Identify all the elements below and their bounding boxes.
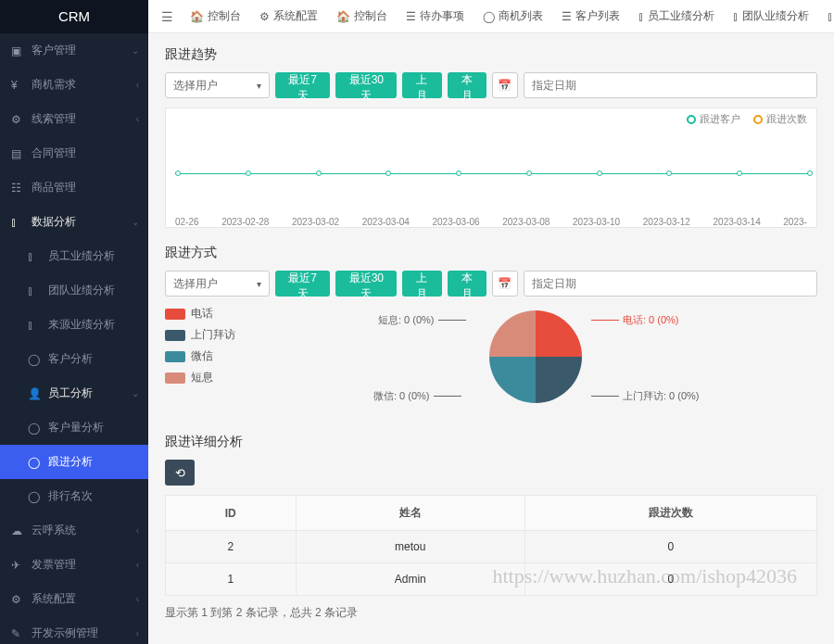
legend-swatch-icon	[165, 330, 185, 341]
sidebar-item[interactable]: ⫿数据分析⌄	[0, 205, 148, 239]
trend-user-select[interactable]: 选择用户 ▾	[165, 72, 270, 98]
topbar-tab[interactable]: ⫿来源业绩	[820, 8, 834, 24]
method-user-select[interactable]: 选择用户 ▾	[165, 271, 270, 297]
method-date-input[interactable]	[524, 271, 817, 297]
x-tick: 2023-	[783, 217, 807, 227]
method-btn-thismonth[interactable]: 本月	[448, 271, 486, 297]
table-header[interactable]: ID	[166, 496, 297, 531]
table-cell: 0	[524, 563, 816, 596]
legend-item-count[interactable]: 跟进次数	[753, 112, 807, 126]
tab-label: 控制台	[354, 8, 387, 24]
sidebar-item[interactable]: ☷商品管理	[0, 170, 148, 205]
nav-label: 员工分析	[48, 385, 93, 401]
legend-item-customers[interactable]: 跟进客户	[687, 112, 740, 126]
nav-icon: ✎	[11, 627, 24, 640]
sidebar-item[interactable]: ◯跟进分析	[0, 445, 148, 479]
tab-label: 待办事项	[420, 8, 464, 24]
sidebar-item[interactable]: ◯排行名次	[0, 479, 148, 513]
nav-icon: 👤	[28, 387, 41, 400]
chart-point	[316, 170, 322, 176]
table-row: 2metou0	[166, 531, 817, 563]
pie-legend-item[interactable]: 电话	[165, 306, 235, 322]
nav-label: 数据分析	[32, 214, 76, 230]
pie-legend-item[interactable]: 微信	[165, 348, 235, 364]
method-btn-30d[interactable]: 最近30天	[335, 271, 397, 297]
legend-swatch-icon	[165, 373, 185, 384]
nav-icon: ⫿	[28, 250, 41, 263]
nav-icon: ⫿	[11, 216, 24, 229]
chart-point	[456, 170, 461, 176]
x-tick: 2023-03-08	[502, 217, 550, 227]
sidebar-item[interactable]: ◯客户量分析	[0, 410, 148, 445]
chart-point	[807, 170, 813, 176]
pie-section: 电话上门拜访微信短息 短息: 0 (0%) 电话: 0 (0%) 微信: 0 (…	[165, 306, 817, 417]
hamburger-icon[interactable]: ☰	[156, 9, 179, 24]
x-tick: 2023-03-02	[292, 217, 339, 227]
legend-ring-icon	[753, 115, 763, 124]
sidebar-item[interactable]: ⫿员工业绩分析	[0, 239, 148, 273]
trend-chart: 跟进客户 跟进次数 02-262023-02-282023-03-022023-…	[165, 107, 817, 228]
topbar-tab[interactable]: ☰待办事项	[398, 8, 472, 24]
method-btn-lastmonth[interactable]: 上月	[402, 271, 441, 297]
pie-label-phone: 电话: 0 (0%)	[591, 313, 679, 327]
topbar-tab[interactable]: ⫿团队业绩分析	[726, 8, 816, 24]
trend-date-input[interactable]	[524, 72, 817, 98]
trend-btn-30d[interactable]: 最近30天	[335, 72, 397, 98]
nav-label: 员工业绩分析	[48, 248, 115, 264]
sidebar-item[interactable]: ⫿来源业绩分析	[0, 308, 148, 342]
topbar-tab[interactable]: 🏠控制台	[183, 8, 248, 24]
topbar-tab[interactable]: ⫿员工业绩分析	[631, 8, 722, 24]
tab-icon: ◯	[483, 10, 495, 23]
chart-point	[175, 170, 181, 176]
nav-icon: ◯	[28, 456, 41, 469]
refresh-button[interactable]: ⟲	[165, 460, 195, 486]
sidebar-item[interactable]: ✈发票管理‹	[0, 548, 148, 582]
leader-line-icon	[434, 396, 461, 397]
table-row: 1Admin0	[166, 563, 817, 596]
x-tick: 2023-03-12	[643, 217, 690, 227]
sidebar-item[interactable]: ◯客户分析	[0, 342, 148, 376]
chart-point	[737, 170, 742, 176]
pie-legend-item[interactable]: 短息	[165, 370, 235, 385]
nav-icon: ◯	[28, 490, 41, 503]
topbar-tab[interactable]: 🏠控制台	[329, 8, 395, 24]
chart-point	[385, 170, 391, 176]
table-header-row: ID姓名跟进次数	[166, 496, 817, 531]
sidebar-item[interactable]: ▤合同管理	[0, 136, 148, 170]
chart-point	[597, 170, 602, 176]
tab-label: 商机列表	[499, 8, 543, 24]
nav-label: 跟进分析	[48, 454, 93, 470]
nav-label: 商机需求	[32, 77, 76, 93]
pie-legend: 电话上门拜访微信短息	[165, 306, 235, 417]
sidebar-item[interactable]: ☁云呼系统‹	[0, 513, 148, 548]
topbar-tab[interactable]: ⚙系统配置	[252, 8, 325, 24]
sidebar-item[interactable]: ⚙系统配置‹	[0, 582, 148, 616]
sidebar-item[interactable]: ✎开发示例管理‹	[0, 616, 148, 644]
nav-label: 来源业绩分析	[48, 317, 115, 333]
topbar-tab[interactable]: ◯商机列表	[475, 8, 550, 24]
pie-legend-item[interactable]: 上门拜访	[165, 327, 235, 343]
chevron-icon: ‹	[136, 560, 139, 570]
sidebar-item[interactable]: 👤员工分析⌄	[0, 376, 148, 410]
sidebar-item[interactable]: ▣客户管理⌄	[0, 33, 148, 68]
sidebar-item[interactable]: ¥商机需求‹	[0, 68, 148, 102]
nav-label: 线索管理	[32, 111, 76, 127]
sidebar-item[interactable]: ⚙线索管理‹	[0, 102, 148, 136]
method-calendar-button[interactable]: 📅	[492, 271, 518, 297]
pie-label-sms: 短息: 0 (0%)	[378, 313, 466, 327]
chart-point	[666, 170, 672, 176]
trend-btn-7d[interactable]: 最近7天	[275, 72, 331, 98]
method-btn-7d[interactable]: 最近7天	[275, 271, 331, 297]
trend-btn-lastmonth[interactable]: 上月	[402, 72, 441, 98]
table-header[interactable]: 跟进次数	[524, 496, 816, 531]
nav-icon: ▤	[11, 147, 24, 160]
trend-btn-thismonth[interactable]: 本月	[448, 72, 486, 98]
topbar-tab[interactable]: ☰客户列表	[554, 8, 627, 24]
table-cell: 0	[524, 531, 816, 563]
nav-icon: ☁	[11, 524, 24, 537]
leader-line-icon	[591, 396, 619, 397]
sidebar-item[interactable]: ⫿团队业绩分析	[0, 273, 148, 308]
nav-label: 客户量分析	[48, 420, 104, 436]
table-header[interactable]: 姓名	[296, 496, 524, 531]
trend-calendar-button[interactable]: 📅	[492, 72, 518, 98]
